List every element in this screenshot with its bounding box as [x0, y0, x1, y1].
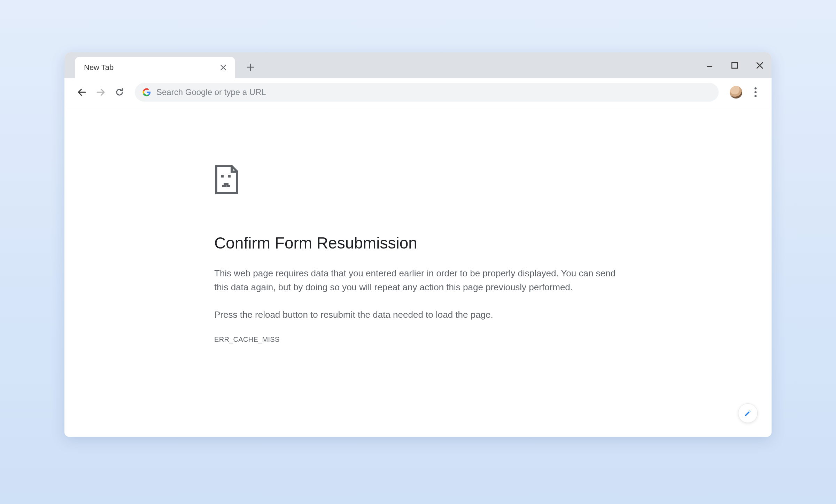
back-button[interactable]	[75, 85, 89, 99]
tab-strip: New Tab	[64, 52, 772, 78]
svg-rect-2	[228, 175, 231, 178]
close-tab-button[interactable]	[218, 63, 228, 72]
close-icon	[220, 64, 226, 71]
svg-rect-0	[732, 63, 737, 68]
maximize-button[interactable]	[729, 60, 740, 71]
kebab-dot-icon	[754, 91, 757, 93]
error-title: Confirm Form Resubmission	[214, 234, 618, 252]
minimize-icon	[706, 62, 713, 69]
arrow-right-icon	[95, 87, 106, 97]
customize-button[interactable]	[738, 403, 758, 423]
error-body: This web page requires data that you ent…	[214, 266, 618, 322]
tab-title: New Tab	[84, 63, 218, 72]
error-code: ERR_CACHE_MISS	[214, 336, 618, 344]
omnibox[interactable]: Search Google or type a URL	[135, 83, 719, 102]
kebab-dot-icon	[754, 95, 757, 97]
new-tab-button[interactable]	[242, 59, 259, 76]
more-menu-button[interactable]	[750, 85, 761, 99]
error-page: Confirm Form Resubmission This web page …	[214, 165, 618, 344]
active-tab[interactable]: New Tab	[75, 57, 235, 78]
browser-window: New Tab	[64, 52, 772, 437]
close-window-button[interactable]	[754, 60, 765, 71]
toolbar: Search Google or type a URL	[64, 78, 772, 106]
arrow-left-icon	[77, 87, 87, 97]
window-controls	[704, 52, 765, 78]
omnibox-placeholder: Search Google or type a URL	[156, 87, 266, 97]
pencil-icon	[744, 409, 752, 417]
maximize-icon	[731, 62, 738, 69]
svg-rect-1	[221, 175, 224, 178]
sad-page-icon	[214, 165, 618, 195]
google-logo-icon	[142, 88, 151, 96]
kebab-dot-icon	[754, 87, 757, 89]
profile-avatar[interactable]	[730, 86, 742, 99]
minimize-button[interactable]	[704, 60, 715, 71]
error-paragraph-1: This web page requires data that you ent…	[214, 266, 618, 294]
reload-button[interactable]	[113, 85, 126, 99]
close-icon	[756, 62, 764, 69]
plus-icon	[247, 63, 254, 71]
forward-button[interactable]	[94, 85, 108, 99]
content-area: Confirm Form Resubmission This web page …	[64, 106, 772, 437]
error-paragraph-2: Press the reload button to resubmit the …	[214, 308, 618, 322]
reload-icon	[115, 87, 124, 97]
